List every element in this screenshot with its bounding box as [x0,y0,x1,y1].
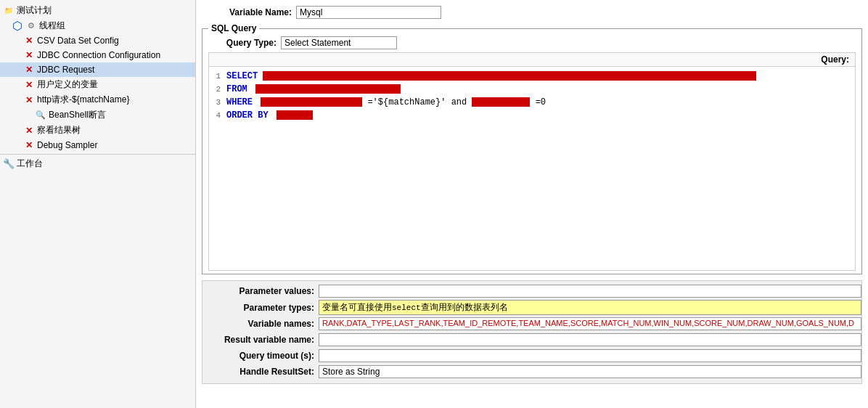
code-line-3: 3 WHERE ='${matchName}' and =0 [212,96,852,109]
code-text-3b: =0 [536,97,546,107]
param-types-note: 变量名可直接使用select查询用到的数据表列名 [319,300,861,315]
redacted-2 [255,84,401,94]
tree-label: JDBC Request [37,65,94,75]
tree-label: 工作台 [17,158,43,170]
tree-item-user-vars[interactable]: ✕ 用户定义的变量 [0,77,195,92]
query-type-row: Query Type: Select Statement [208,36,856,49]
query-empty-space [212,122,852,267]
tree-item-jdbc-request[interactable]: ✕ JDBC Request [0,62,195,77]
query-type-label: Query Type: [208,38,281,48]
redacted-1 [263,71,756,81]
param-types-row: Parameter types: 变量名可直接使用select查询用到的数据表列… [202,300,861,315]
var-names-row: Variable names: RANK,DATA_TYPE,LAST_RANK… [202,317,861,331]
code-content-4: ORDER BY [226,109,852,122]
tree-item-workbench[interactable]: 🔧 工作台 [0,156,195,171]
variable-name-row: Variable Name: Mysql [202,6,862,19]
red-x-icon: ✕ [23,139,35,151]
line-number-4: 4 [212,109,226,122]
redacted-3a [261,97,362,107]
variable-name-value[interactable]: Mysql [296,6,441,19]
magnifier-icon: 🔍 [35,110,46,121]
note-text-after: 查询用到的数据表列名 [421,302,508,312]
redacted-3b [472,97,530,107]
query-container: Query: 1 SELECT 2 FROM [208,52,856,271]
tree-item-test-plan[interactable]: 📁 测试计划 [0,3,195,18]
note-text-before: 变量名可直接使用 [322,302,392,312]
result-var-row: Result variable name: [202,332,861,347]
tree-item-view-results[interactable]: ✕ 察看结果树 [0,123,195,138]
line-number-2: 2 [212,83,226,96]
red-x-icon: ✕ [23,79,35,91]
var-names-label: Variable names: [202,319,319,329]
code-content-3: WHERE ='${matchName}' and =0 [226,96,852,109]
tree-label: CSV Data Set Config [37,36,119,46]
code-text-3: ='${matchName}' and [367,97,472,107]
folder-icon: 📁 [3,5,15,17]
red-x-icon: ✕ [23,94,35,106]
query-timeout-input[interactable] [319,349,861,362]
tree-divider [0,154,195,155]
tree-label: http请求-${matchName} [37,94,129,106]
tree-label: 用户定义的变量 [37,78,98,91]
handle-resultset-value[interactable]: Store as String [319,365,861,378]
code-line-1: 1 SELECT [212,70,852,83]
line-number-1: 1 [212,70,226,83]
param-values-row: Parameter values: [202,284,861,298]
keyword-order: ORDER BY [226,110,269,121]
blue-dot-icon: ⬡ [12,20,23,32]
tree-label: 察看结果树 [37,124,81,136]
tree-item-jdbc-connection[interactable]: ✕ JDBC Connection Configuration [0,48,195,62]
result-var-input[interactable] [319,333,861,346]
param-values-label: Parameter values: [202,286,319,296]
red-x-icon: ✕ [23,64,35,76]
sql-query-legend: SQL Query [208,23,259,33]
left-tree-panel: 📁 测试计划 ⬡ ⚙ 线程组 ✕ CSV Data Set Config ✕ J… [0,0,196,408]
sql-query-fieldset: SQL Query Query Type: Select Statement Q… [202,23,862,274]
right-config-panel: Variable Name: Mysql SQL Query Query Typ… [196,0,868,408]
query-area-header: Query: [209,53,855,67]
tree-item-http-request[interactable]: ✕ http请求-${matchName} [0,92,195,107]
code-line-4: 4 ORDER BY [212,109,852,122]
param-types-label: Parameter types: [202,303,319,313]
tree-label: Debug Sampler [37,140,97,150]
tree-label: JDBC Connection Configuration [37,50,160,60]
keyword-from: FROM [226,84,247,94]
tree-label: BeanShell断言 [49,109,106,121]
param-values-input[interactable] [319,285,861,298]
red-x-icon: ✕ [23,35,35,46]
line-number-3: 3 [212,96,226,109]
red-x-icon: ✕ [23,125,35,136]
tree-item-csv-config[interactable]: ✕ CSV Data Set Config [0,33,195,48]
handle-resultset-label: Handle ResultSet: [202,367,319,377]
var-names-value[interactable]: RANK,DATA_TYPE,LAST_RANK,TEAM_ID_REMOTE,… [319,317,861,330]
tree-item-thread-group[interactable]: ⬡ ⚙ 线程组 [0,18,195,33]
query-editor[interactable]: 1 SELECT 2 FROM 3 [209,67,855,270]
variable-name-label: Variable Name: [202,7,296,17]
query-timeout-label: Query timeout (s): [202,351,319,361]
result-var-label: Result variable name: [202,335,319,345]
keyword-select: SELECT [226,71,258,81]
redacted-4 [277,110,313,120]
keyword-where: WHERE [226,97,253,107]
select-keyword: select [392,303,421,312]
code-content-2: FROM [226,83,852,96]
tree-item-debug-sampler[interactable]: ✕ Debug Sampler [0,138,195,152]
tree-item-beanshell[interactable]: 🔍 BeanShell断言 [0,107,195,123]
query-type-value[interactable]: Select Statement [281,36,397,49]
red-x-icon: ✕ [23,49,35,61]
gear-icon: ⚙ [25,20,37,32]
handle-resultset-row: Handle ResultSet: Store as String [202,364,861,379]
tree-label: 测试计划 [17,4,52,17]
tree-label: 线程组 [39,20,65,32]
bottom-params-section: Parameter values: Parameter types: 变量名可直… [202,280,862,384]
query-timeout-row: Query timeout (s): [202,348,861,363]
code-content-1: SELECT [226,70,852,83]
workbench-icon: 🔧 [3,158,15,170]
code-line-2: 2 FROM [212,83,852,96]
